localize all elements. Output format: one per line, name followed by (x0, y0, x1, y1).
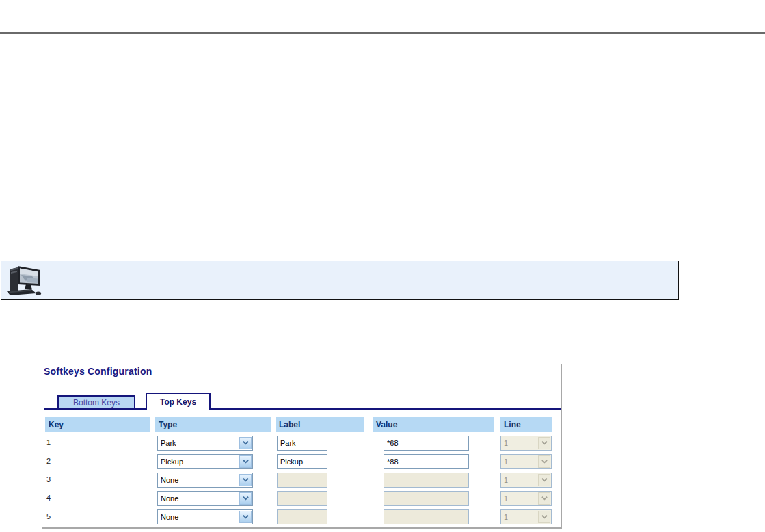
line-select-value: 1 (504, 476, 508, 484)
key-number: 2 (46, 457, 51, 465)
chevron-down-icon (538, 455, 550, 468)
type-select[interactable]: None (157, 491, 253, 506)
note-box (1, 261, 679, 300)
tab-bottom-keys-label: Bottom Keys (73, 398, 120, 408)
type-select[interactable]: None (157, 473, 253, 488)
tab-bottom-keys[interactable]: Bottom Keys (57, 395, 135, 408)
type-select-value: None (161, 513, 178, 521)
column-header-line: Line (500, 417, 552, 432)
chevron-down-icon (239, 437, 252, 449)
table-row: 2 Pickup 1 (0, 454, 561, 469)
chevron-down-icon (239, 455, 252, 468)
chevron-down-icon (239, 492, 252, 505)
table-row: 1 Park 1 (0, 436, 561, 451)
label-input[interactable] (277, 454, 327, 469)
key-number: 3 (46, 475, 51, 483)
type-select[interactable]: None (157, 509, 253, 524)
label-input (277, 473, 327, 488)
type-select[interactable]: Park (157, 436, 253, 451)
type-select-value: Pickup (161, 457, 183, 466)
chevron-down-icon (538, 492, 550, 505)
chevron-down-icon (538, 474, 550, 486)
value-input[interactable] (384, 436, 469, 451)
line-select: 1 (500, 509, 552, 524)
table-row: 4 None 1 (0, 491, 561, 506)
table-row: 3 None 1 (0, 473, 561, 488)
line-select-value: 1 (504, 513, 508, 521)
tab-top-keys-label: Top Keys (160, 397, 196, 407)
line-select-value: 1 (504, 439, 508, 447)
label-input (277, 509, 327, 524)
chevron-down-icon (239, 474, 252, 486)
top-divider (0, 32, 765, 34)
key-number: 5 (46, 512, 51, 520)
type-select-value: Park (161, 439, 176, 447)
line-select: 1 (500, 473, 552, 488)
section-frame-right (561, 364, 562, 529)
section-frame-bottom (42, 527, 562, 529)
chevron-down-icon (239, 511, 252, 523)
tab-top-keys[interactable]: Top Keys (146, 393, 211, 410)
type-select-value: None (161, 494, 178, 503)
type-select-value: None (161, 476, 178, 484)
line-select-value: 1 (504, 494, 508, 503)
value-input (384, 473, 469, 488)
label-input (277, 491, 327, 506)
column-header-type: Type (155, 417, 271, 432)
table-row: 5 None 1 (0, 509, 561, 524)
line-select: 1 (500, 491, 552, 506)
line-select: 1 (500, 454, 552, 469)
column-header-key: Key (45, 417, 150, 432)
label-input[interactable] (277, 436, 327, 451)
line-select-value: 1 (504, 457, 508, 466)
chevron-down-icon (538, 437, 550, 449)
key-number: 1 (46, 438, 51, 447)
value-input[interactable] (384, 454, 469, 469)
key-number: 4 (46, 494, 51, 502)
page-title: Softkeys Configuration (44, 366, 152, 377)
chevron-down-icon (538, 511, 550, 523)
column-header-label: Label (276, 417, 364, 432)
document-page: Softkeys Configuration Bottom Keys Top K… (0, 0, 765, 532)
line-select: 1 (500, 436, 552, 451)
value-input (384, 491, 469, 506)
tab-underline (44, 408, 561, 410)
value-input (384, 509, 469, 524)
column-header-value: Value (373, 417, 494, 432)
type-select[interactable]: Pickup (157, 454, 253, 469)
computer-monitor-icon (5, 263, 43, 297)
